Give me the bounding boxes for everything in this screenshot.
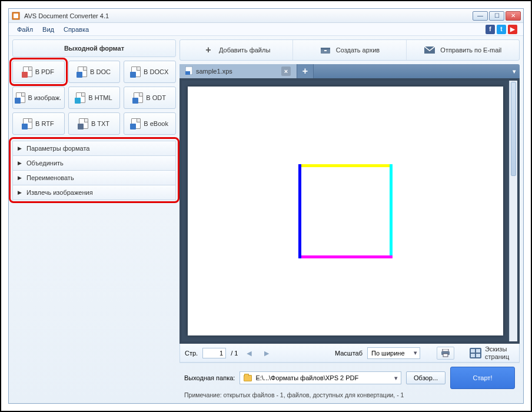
window-title: AVS Document Converter 4.1: [24, 12, 473, 19]
accordion-merge[interactable]: ▶ Объединить: [12, 155, 176, 171]
folder-icon: [244, 375, 252, 381]
format-rtf-button[interactable]: В RTF: [12, 112, 65, 135]
odt-icon: [134, 92, 143, 103]
format-label: В HTML: [88, 94, 112, 101]
caret-right-icon: ▶: [18, 160, 22, 166]
doc-icon: [78, 67, 87, 77]
thumbnails-icon: [470, 348, 481, 358]
page-input[interactable]: [202, 348, 226, 358]
app-window: AVS Document Converter 4.1 — ☐ ✕ Файл Ви…: [8, 8, 524, 404]
tabbar: sample1.xps × + ▾: [179, 64, 520, 78]
browse-button[interactable]: Обзор...: [406, 371, 445, 384]
format-doc-button[interactable]: В DOC: [68, 61, 121, 83]
sidebar-header: Выходной формат: [12, 39, 176, 57]
create-archive-button[interactable]: Создать архив: [293, 40, 406, 60]
caret-right-icon: ▶: [18, 175, 22, 181]
bottom-panel: Выходная папка: E:\...\Форматы файлов\XP…: [179, 363, 520, 400]
format-label: В RTF: [35, 120, 54, 127]
twitter-icon[interactable]: t: [497, 25, 506, 34]
svg-rect-4: [324, 50, 327, 51]
pdf-doc-icon: [23, 67, 32, 77]
top-actions: + Добавить файлы Создать архив Отправи: [179, 39, 520, 61]
sidebar: Выходной формат В PDF В DOC: [12, 39, 176, 400]
svg-rect-1: [14, 14, 18, 18]
format-label: В DOCX: [144, 68, 168, 75]
menu-file[interactable]: Файл: [12, 25, 38, 34]
xps-doc-icon: [185, 67, 192, 76]
status-note: Примечание: открытых файлов - 1, файлов,…: [184, 391, 515, 398]
accordion-label: Извлечь изображения: [26, 189, 93, 196]
next-page-icon[interactable]: ►: [260, 348, 273, 358]
accordion-label: Переименовать: [26, 174, 74, 181]
html-icon: [76, 92, 85, 103]
accordion-extract-images[interactable]: ▶ Извлечь изображения: [12, 185, 176, 200]
output-path-value: E:\...\Форматы файлов\XPS 2 PDF: [255, 374, 358, 381]
format-label: В PDF: [35, 68, 54, 75]
menu-help[interactable]: Справка: [59, 25, 94, 34]
app-icon: [11, 11, 21, 21]
format-image-button[interactable]: В изображ.: [12, 87, 65, 109]
accordion: ▶ Параметры формата ▶ Объединить ▶ Переи…: [12, 141, 176, 200]
print-button[interactable]: [437, 347, 454, 360]
format-txt-button[interactable]: В TXT: [68, 112, 121, 135]
accordion-label: Параметры формата: [26, 145, 89, 152]
ebook-icon: [131, 118, 141, 129]
svg-rect-10: [443, 354, 448, 357]
format-grid: В PDF В DOC В DOCX В изображ.: [12, 61, 176, 135]
format-label: В ODT: [146, 94, 166, 101]
prev-page-icon[interactable]: ◄: [242, 348, 255, 358]
format-html-button[interactable]: В HTML: [68, 87, 121, 109]
txt-icon: [79, 118, 88, 129]
tab-dropdown-icon[interactable]: ▾: [513, 68, 516, 75]
preview-scrollbar[interactable]: [509, 81, 517, 341]
mail-icon: [424, 45, 435, 55]
svg-rect-7: [185, 71, 190, 75]
document-tab[interactable]: sample1.xps ×: [179, 64, 297, 78]
minimize-button[interactable]: —: [473, 11, 488, 21]
thumbnails-button[interactable]: Эскизы страниц: [470, 345, 514, 360]
preview-pane: [179, 78, 520, 344]
tab-label: sample1.xps: [196, 68, 232, 75]
svg-rect-8: [443, 349, 448, 351]
output-folder-label: Выходная папка:: [184, 374, 235, 381]
zoom-select[interactable]: По ширине: [367, 347, 420, 359]
accordion-rename[interactable]: ▶ Переименовать: [12, 170, 176, 185]
output-path-select[interactable]: E:\...\Форматы файлов\XPS 2 PDF: [240, 371, 401, 384]
tab-close-icon[interactable]: ×: [281, 67, 291, 76]
docx-icon: [131, 67, 141, 77]
zoom-label: Масштаб: [335, 350, 363, 357]
page-total: / 1: [231, 350, 238, 357]
add-tab-button[interactable]: +: [297, 64, 314, 78]
format-label: В TXT: [91, 120, 109, 127]
caret-right-icon: ▶: [18, 190, 22, 195]
send-email-button[interactable]: Отправить по E-mail: [407, 40, 519, 60]
email-label: Отправить по E-mail: [440, 46, 501, 54]
format-ebook-button[interactable]: В eBook: [124, 112, 176, 135]
start-button[interactable]: Старт!: [450, 367, 515, 389]
add-files-label: Добавить файлы: [219, 46, 270, 54]
page-label: Стр.: [185, 350, 198, 357]
caret-right-icon: ▶: [18, 145, 22, 151]
archive-label: Создать архив: [336, 46, 380, 54]
menu-view[interactable]: Вид: [38, 25, 59, 34]
titlebar: AVS Document Converter 4.1 — ☐ ✕: [9, 9, 523, 23]
format-pdf-button[interactable]: В PDF: [12, 61, 65, 83]
youtube-icon[interactable]: ▶: [508, 25, 517, 34]
facebook-icon[interactable]: f: [486, 25, 495, 34]
thumbnails-label: Эскизы страниц: [485, 345, 514, 360]
menubar: Файл Вид Справка f t ▶: [9, 23, 523, 36]
accordion-label: Объединить: [26, 160, 64, 167]
image-icon: [16, 92, 25, 103]
zoom-value: По ширине: [371, 350, 405, 357]
close-button[interactable]: ✕: [506, 11, 521, 21]
format-docx-button[interactable]: В DOCX: [124, 61, 176, 83]
maximize-button[interactable]: ☐: [489, 11, 504, 21]
document-content-shape: [298, 164, 393, 258]
format-label: В изображ.: [28, 94, 62, 101]
add-files-button[interactable]: + Добавить файлы: [180, 40, 293, 60]
scrollbar-thumb[interactable]: [511, 82, 516, 176]
accordion-format-params[interactable]: ▶ Параметры формата: [12, 141, 176, 156]
format-odt-button[interactable]: В ODT: [124, 87, 176, 109]
format-label: В DOC: [90, 68, 111, 75]
plus-icon: +: [202, 45, 214, 55]
